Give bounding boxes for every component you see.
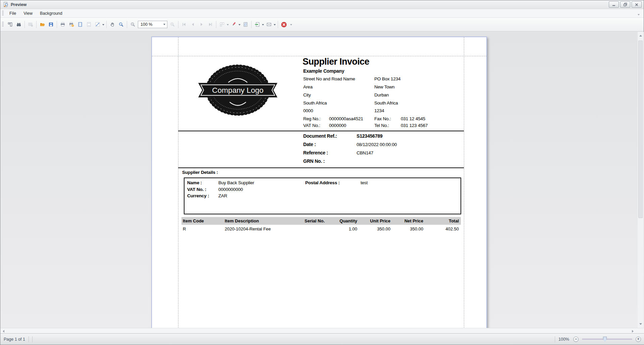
page-count-label: Page 1 of 1 bbox=[4, 337, 25, 342]
page-setup-button[interactable] bbox=[76, 20, 85, 29]
zoom-slider-thumb[interactable] bbox=[603, 337, 607, 342]
address-line: Durban bbox=[374, 92, 389, 97]
toolbar-overflow-arrow-icon[interactable] bbox=[290, 24, 292, 26]
menu-view[interactable]: View bbox=[20, 10, 36, 17]
previous-page-button[interactable] bbox=[189, 20, 197, 29]
scroll-up-arrow-icon[interactable] bbox=[639, 35, 642, 37]
menubar-overflow-arrow-icon[interactable] bbox=[638, 14, 640, 16]
save-button[interactable] bbox=[47, 20, 55, 29]
scale-dropdown-arrow-icon[interactable] bbox=[102, 24, 104, 26]
top-margin-guide[interactable] bbox=[152, 56, 486, 56]
multiple-pages-button[interactable] bbox=[218, 20, 226, 29]
col-serial-no: Serial No. bbox=[291, 218, 325, 223]
zoom-percent-label: 100% bbox=[558, 337, 569, 342]
address-line: Street No and Road Name bbox=[303, 76, 355, 81]
zoom-out-button[interactable] bbox=[128, 20, 137, 29]
zoom-decrease-button[interactable]: − bbox=[573, 337, 579, 342]
cell-net-price: 350.00 bbox=[393, 226, 423, 231]
doc-ref-label: Document Ref.: bbox=[303, 133, 337, 139]
watermark-icon bbox=[243, 22, 248, 27]
col-item-description: Item Description bbox=[225, 218, 259, 223]
magnifier-icon bbox=[118, 22, 124, 27]
company-logo: Company Logo bbox=[198, 63, 277, 118]
supplier-name-label: Name : bbox=[187, 180, 202, 185]
reg-no-label: Reg No.: bbox=[303, 116, 321, 121]
multiple-pages-dropdown-arrow-icon[interactable] bbox=[227, 24, 229, 26]
hand-tool-button[interactable] bbox=[108, 20, 117, 29]
vertical-scrollbar[interactable] bbox=[638, 32, 643, 328]
email-button[interactable] bbox=[265, 20, 273, 29]
title-bar: Preview bbox=[0, 0, 644, 9]
scroll-right-arrow-icon[interactable] bbox=[632, 330, 634, 333]
zoom-in-button[interactable] bbox=[168, 20, 177, 29]
page-setup-icon bbox=[77, 22, 83, 27]
cell-item-description: 2020-10204-Rental Fee bbox=[225, 226, 271, 231]
watermark-button[interactable] bbox=[241, 20, 250, 29]
menu-file[interactable]: File bbox=[6, 10, 20, 17]
restore-button[interactable] bbox=[620, 1, 630, 8]
menubar-grip[interactable] bbox=[2, 11, 4, 16]
scroll-down-arrow-icon[interactable] bbox=[639, 323, 642, 325]
export-dropdown-arrow-icon[interactable] bbox=[262, 24, 264, 26]
tel-no-value: 031 123 4567 bbox=[401, 123, 428, 128]
report-page: Company Logo Supplier Invoice Example Co… bbox=[151, 37, 487, 328]
right-margin-guide[interactable] bbox=[464, 37, 464, 328]
cell-total: 402.50 bbox=[427, 226, 459, 231]
cell-item-code: R bbox=[183, 226, 186, 231]
zoom-combobox[interactable]: 100 % bbox=[138, 21, 167, 28]
open-button[interactable] bbox=[38, 20, 47, 29]
grn-no-label: GRN No. : bbox=[303, 158, 325, 164]
refs-divider bbox=[178, 167, 464, 168]
company-name: Example Company bbox=[303, 68, 344, 74]
print-button[interactable] bbox=[58, 20, 67, 29]
scroll-left-arrow-icon[interactable] bbox=[3, 330, 4, 333]
minimize-button[interactable] bbox=[609, 1, 619, 8]
previous-page-icon bbox=[190, 22, 196, 27]
address-line: Area bbox=[303, 84, 313, 89]
supplier-details-heading: Supplier Details : bbox=[182, 170, 218, 175]
postal-address-value: test bbox=[361, 180, 368, 185]
close-preview-button[interactable] bbox=[279, 20, 288, 29]
toolbar-grip[interactable] bbox=[2, 22, 4, 27]
supplier-name-value: Buy Back Supplier bbox=[218, 180, 254, 185]
menu-background[interactable]: Background bbox=[36, 10, 66, 17]
reg-no-value: 0000000asa4521 bbox=[329, 116, 363, 121]
preview-surface[interactable]: Company Logo Supplier Invoice Example Co… bbox=[0, 32, 644, 328]
open-folder-icon bbox=[40, 22, 45, 27]
window-title: Preview bbox=[11, 2, 26, 7]
vertical-scroll-thumb[interactable] bbox=[638, 41, 643, 218]
close-button[interactable] bbox=[632, 1, 642, 8]
header-footer-icon bbox=[86, 22, 92, 27]
export-button[interactable] bbox=[253, 20, 262, 29]
last-page-button[interactable] bbox=[206, 20, 215, 29]
zoom-slider[interactable] bbox=[582, 339, 632, 340]
first-page-button[interactable] bbox=[180, 20, 189, 29]
next-page-button[interactable] bbox=[197, 20, 206, 29]
magnifier-button[interactable] bbox=[117, 20, 125, 29]
report-title: Supplier Invoice bbox=[303, 57, 369, 67]
document-map-icon bbox=[7, 22, 13, 27]
zoom-combobox-value: 100 % bbox=[141, 22, 152, 27]
address-line: City bbox=[303, 92, 311, 97]
menu-bar: File View Background bbox=[0, 9, 644, 18]
next-page-icon bbox=[199, 22, 204, 27]
scale-button[interactable] bbox=[93, 20, 102, 29]
company-logo-text: Company Logo bbox=[212, 86, 263, 94]
zoom-combobox-arrow-icon[interactable] bbox=[163, 24, 165, 26]
header-footer-button[interactable] bbox=[85, 20, 93, 29]
customize-button[interactable] bbox=[26, 20, 35, 29]
left-margin-guide[interactable] bbox=[178, 37, 178, 328]
items-table-header: Item Code Item Description Serial No. Qu… bbox=[181, 217, 461, 225]
cell-quantity: 1.00 bbox=[327, 226, 357, 231]
col-total: Total bbox=[427, 218, 459, 223]
document-map-button[interactable] bbox=[6, 20, 14, 29]
page-color-button[interactable] bbox=[229, 20, 238, 29]
page-color-dropdown-arrow-icon[interactable] bbox=[238, 24, 240, 26]
multiple-pages-icon bbox=[219, 22, 225, 27]
scale-icon bbox=[95, 22, 100, 27]
zoom-increase-button[interactable]: + bbox=[636, 337, 641, 342]
quick-print-button[interactable] bbox=[67, 20, 76, 29]
search-button[interactable] bbox=[14, 20, 23, 29]
email-dropdown-arrow-icon[interactable] bbox=[274, 24, 276, 26]
vat-no-value: 0000000 bbox=[329, 123, 346, 128]
